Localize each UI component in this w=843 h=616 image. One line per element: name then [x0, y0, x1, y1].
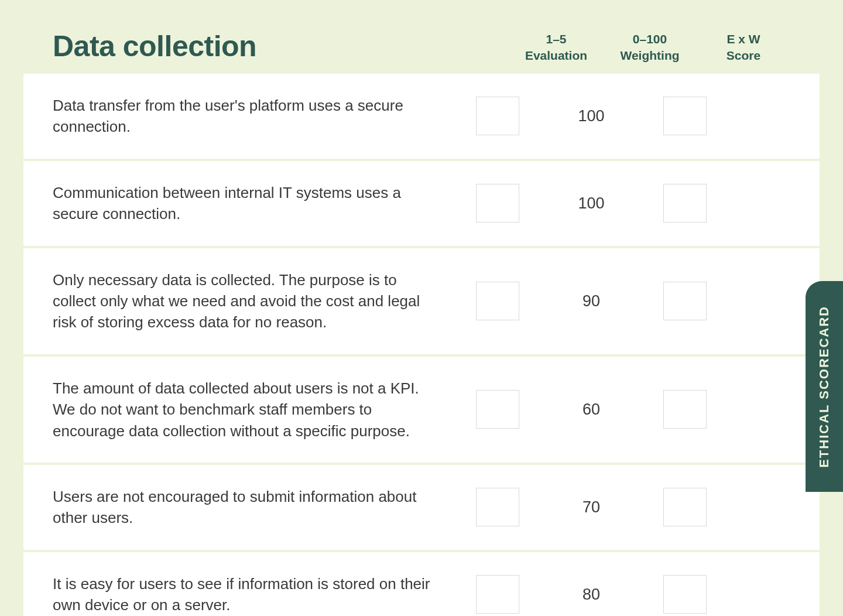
column-header-score-line2: Score — [697, 47, 790, 63]
evaluation-input[interactable] — [476, 184, 519, 223]
evaluation-input[interactable] — [476, 390, 519, 429]
weighting-value: 70 — [582, 498, 600, 516]
score-cell — [638, 575, 732, 614]
weighting-cell: 60 — [544, 401, 638, 419]
criterion-text: Data transfer from the user's platform u… — [53, 95, 451, 138]
weighting-cell: 80 — [544, 586, 638, 604]
table-row: It is easy for users to see if informati… — [23, 552, 820, 616]
weighting-value: 100 — [578, 107, 604, 125]
score-input[interactable] — [663, 390, 707, 429]
evaluation-input[interactable] — [476, 97, 519, 135]
criterion-text: The amount of data collected about users… — [53, 378, 451, 442]
score-cell — [638, 97, 732, 135]
criterion-text: Communication between internal IT system… — [53, 182, 451, 225]
weighting-value: 60 — [582, 401, 600, 419]
criterion-text: It is easy for users to see if informati… — [53, 573, 451, 616]
score-input[interactable] — [663, 97, 707, 135]
rows-container: Data transfer from the user's platform u… — [23, 74, 820, 616]
evaluation-cell — [451, 575, 544, 614]
side-tab[interactable]: ETHICAL SCORECARD — [806, 281, 843, 492]
evaluation-cell — [451, 488, 544, 526]
evaluation-cell — [451, 282, 544, 320]
column-header-evaluation: 1–5 Evaluation — [509, 31, 603, 63]
weighting-cell: 100 — [544, 107, 638, 125]
table-row: Users are not encouraged to submit infor… — [23, 465, 820, 550]
side-tab-label: ETHICAL SCORECARD — [817, 306, 832, 468]
evaluation-cell — [451, 97, 544, 135]
column-header-score: E x W Score — [697, 31, 790, 63]
score-input[interactable] — [663, 282, 707, 320]
weighting-value: 90 — [582, 292, 600, 310]
evaluation-input[interactable] — [476, 575, 519, 614]
weighting-cell: 70 — [544, 498, 638, 516]
column-header-weighting: 0–100 Weighting — [603, 31, 697, 63]
column-header-evaluation-line1: 1–5 — [509, 31, 603, 47]
table-row: The amount of data collected about users… — [23, 357, 820, 463]
score-input[interactable] — [663, 488, 707, 526]
evaluation-cell — [451, 390, 544, 429]
evaluation-input[interactable] — [476, 488, 519, 526]
weighting-value: 100 — [578, 194, 604, 213]
table-row: Only necessary data is collected. The pu… — [23, 248, 820, 354]
score-input[interactable] — [663, 575, 707, 614]
column-header-weighting-line1: 0–100 — [603, 31, 697, 47]
score-cell — [638, 282, 732, 320]
score-cell — [638, 488, 732, 526]
criterion-text: Users are not encouraged to submit infor… — [53, 486, 451, 529]
score-cell — [638, 390, 732, 429]
section-title: Data collection — [53, 29, 509, 63]
score-input[interactable] — [663, 184, 707, 223]
evaluation-input[interactable] — [476, 282, 519, 320]
page: Data collection 1–5 Evaluation 0–100 Wei… — [0, 0, 843, 616]
header-row: Data collection 1–5 Evaluation 0–100 Wei… — [23, 29, 820, 63]
column-header-evaluation-line2: Evaluation — [509, 47, 603, 63]
score-cell — [638, 184, 732, 223]
evaluation-cell — [451, 184, 544, 223]
column-header-score-line1: E x W — [697, 31, 790, 47]
weighting-cell: 100 — [544, 194, 638, 213]
table-row: Communication between internal IT system… — [23, 161, 820, 246]
criterion-text: Only necessary data is collected. The pu… — [53, 269, 451, 333]
table-row: Data transfer from the user's platform u… — [23, 74, 820, 159]
column-header-weighting-line2: Weighting — [603, 47, 697, 63]
weighting-cell: 90 — [544, 292, 638, 310]
weighting-value: 80 — [582, 586, 600, 604]
